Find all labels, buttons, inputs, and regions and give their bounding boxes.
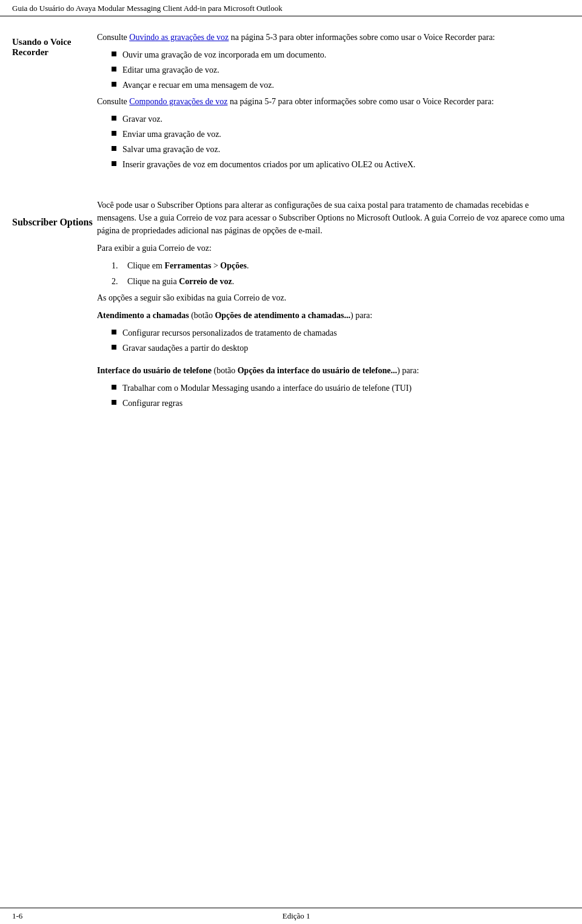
step1-bold2: Opções [220,261,247,270]
list-item: Avançar e recuar em uma mensagem de voz. [112,79,570,91]
bullet-list-2: Gravar voz. Enviar uma gravação de voz. … [112,113,570,171]
footer-left: 1-6 [12,911,22,921]
list-item: Ouvir uma gravação de voz incorporada em… [112,48,570,61]
atendimento-text: (botão [189,311,215,320]
consult-paragraph: Consulte Compondo gravações de voz na pá… [97,95,570,108]
bullet-icon [112,146,116,151]
interface-btn-bold: Opções da interface do usuário de telefo… [238,366,397,375]
section1-left: Usando o VoiceRecorder [12,31,97,174]
subscriber-options-section: Subscriber Options Você pode usar o Subs… [0,199,582,437]
bullet-icon [112,385,116,390]
step2-bold1: Correio de voz [179,277,232,286]
list-item: Inserir gravações de voz em documentos c… [112,158,570,171]
bullet-icon [112,67,116,71]
interface-bold: Interface do usuário de telefone [97,366,212,375]
steps-list: 1. Clique em Ferramentas > Opções. 2. Cl… [112,259,570,288]
subscriber-para1: Você pode usar o Subscriber Options para… [97,199,570,237]
voice-recorder-section: Usando o VoiceRecorder Consulte Ouvindo … [0,16,582,199]
list-item: Gravar voz. [112,113,570,125]
bullet-icon [112,52,116,56]
atendimento-bullets: Configurar recursos personalizados de tr… [112,327,570,354]
list-item: Configurar recursos personalizados de tr… [112,327,570,339]
bullet-icon [112,131,116,136]
interface-text2: ) para: [397,366,419,375]
step1-bold1: Ferramentas [164,261,211,270]
consult-text-before: Consulte [97,97,129,106]
step-1: 1. Clique em Ferramentas > Opções. [112,259,570,272]
subscriber-options-right: Você pode usar o Subscriber Options para… [97,199,570,413]
subscriber-para2: Para exibir a guia Correio de voz: [97,242,570,254]
step-2: 2. Clique na guia Correio de voz. [112,275,570,288]
list-item: Salvar uma gravação de voz. [112,143,570,156]
interface-text: (botão [212,366,238,375]
voice-recorder-heading: Usando o VoiceRecorder [12,37,97,58]
bullet-icon [112,161,116,166]
interface-block: Interface do usuário de telefone (botão … [97,364,570,377]
intro-link[interactable]: Ouvindo as gravações de voz [129,33,229,42]
subscriber-options-heading: Subscriber Options [12,217,97,228]
atendimento-text2: ) para: [350,311,372,320]
atendimento-btn-bold: Opções de atendimento a chamadas... [215,311,350,320]
page-footer: 1-6 Edição 1 [0,908,582,924]
subscriber-options-left: Subscriber Options [12,199,97,413]
bullet-icon [112,116,116,121]
footer-center: Edição 1 [283,911,310,921]
step-num: 2. [112,275,127,288]
bullet-icon [112,330,116,334]
bullet-icon [112,82,116,87]
step-num: 1. [112,259,127,272]
consult-text-after: na página 5-7 para obter informações sob… [227,97,493,106]
list-item: Gravar saudações a partir do desktop [112,342,570,354]
subscriber-para3: As opções a seguir são exibidas na guia … [97,291,570,304]
list-item: Editar uma gravação de voz. [112,64,570,76]
atendimento-block: Atendimento a chamadas (botão Opções de … [97,309,570,322]
atendimento-bold: Atendimento a chamadas [97,311,189,320]
list-item: Enviar uma gravação de voz. [112,128,570,141]
intro-text-after: na página 5-3 para obter informações sob… [229,33,495,42]
consult-link[interactable]: Compondo gravações de voz [129,97,227,106]
header-title: Guia do Usuário do Avaya Modular Messagi… [12,4,283,13]
intro-paragraph: Consulte Ouvindo as gravações de voz na … [97,31,570,44]
bullet-icon [112,345,116,350]
section1-right: Consulte Ouvindo as gravações de voz na … [97,31,570,174]
interface-bullets: Trabalhar com o Modular Messaging usando… [112,382,570,410]
list-item: Configurar regras [112,397,570,410]
bullet-list-1: Ouvir uma gravação de voz incorporada em… [112,48,570,91]
intro-text-before: Consulte [97,33,129,42]
bullet-icon [112,400,116,405]
list-item: Trabalhar com o Modular Messaging usando… [112,382,570,394]
page-header: Guia do Usuário do Avaya Modular Messagi… [0,0,582,16]
